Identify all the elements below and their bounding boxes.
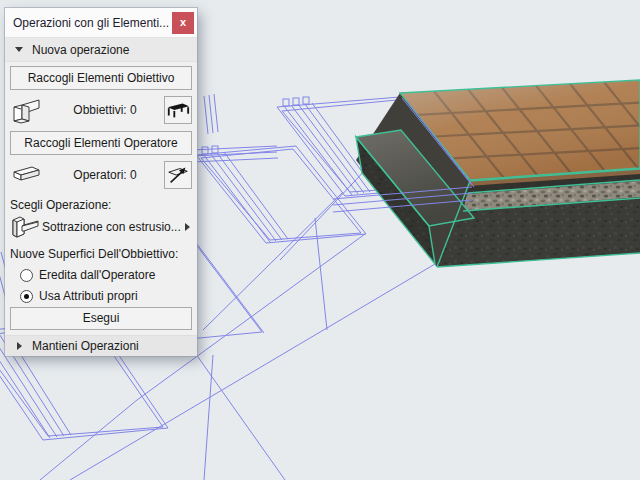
- new-surfaces-label: Nuove Superfici Dell'Obbiettivo:: [10, 247, 192, 261]
- radio-circle-icon[interactable]: [20, 269, 33, 282]
- dropdown-arrow-icon: [185, 223, 190, 231]
- radio-inherit-from-operator[interactable]: Eredita dall'Operatore: [20, 268, 197, 282]
- table-icon: [166, 98, 190, 122]
- collect-target-elements-button[interactable]: Raccogli Elementi Obiettivo: [10, 66, 192, 90]
- radio-circle-checked-icon[interactable]: [20, 290, 33, 303]
- close-button[interactable]: x: [172, 12, 194, 34]
- expand-arrow-icon: [17, 342, 22, 350]
- solid-operations-palette: Operazioni con gli Elementi... x Nuova o…: [5, 8, 197, 356]
- radio-inherit-label: Eredita dall'Operatore: [39, 268, 155, 282]
- operators-count-label: Operatori: 0: [46, 168, 164, 182]
- operators-count-row: Operatori: 0: [10, 158, 192, 192]
- subtraction-operation-icon: [10, 213, 40, 241]
- section-new-operation-label: Nuova operazione: [32, 43, 129, 57]
- arrow-through-plane-icon: [166, 163, 190, 187]
- section-keep-operations-label: Mantieni Operazioni: [32, 339, 139, 353]
- execute-button[interactable]: Esegui: [10, 307, 192, 330]
- operation-dropdown[interactable]: Sottrazione con estrusio...: [10, 213, 192, 241]
- show-targets-button[interactable]: [164, 96, 192, 124]
- palette-titlebar[interactable]: Operazioni con gli Elementi... x: [5, 8, 197, 38]
- operator-solid-icon: [10, 162, 46, 188]
- targets-count-row: Obbiettivi: 0: [10, 93, 192, 127]
- palette-title: Operazioni con gli Elementi...: [13, 16, 172, 30]
- section-new-operation[interactable]: Nuova operazione: [5, 38, 197, 62]
- targets-count-label: Obbiettivi: 0: [46, 103, 164, 117]
- radio-use-own-attributes[interactable]: Usa Attributi propri: [20, 289, 197, 303]
- radio-own-attributes-label: Usa Attributi propri: [39, 289, 138, 303]
- choose-operation-label: Scegli Operazione:: [10, 198, 192, 212]
- target-solid-icon: [10, 95, 46, 125]
- collapse-arrow-icon: [15, 47, 23, 52]
- operation-dropdown-value: Sottrazione con estrusio...: [42, 220, 185, 234]
- collect-operator-elements-button[interactable]: Raccogli Elementi Operatore: [10, 131, 192, 155]
- show-operators-button[interactable]: [164, 161, 192, 189]
- section-keep-operations[interactable]: Mantieni Operazioni: [5, 335, 197, 356]
